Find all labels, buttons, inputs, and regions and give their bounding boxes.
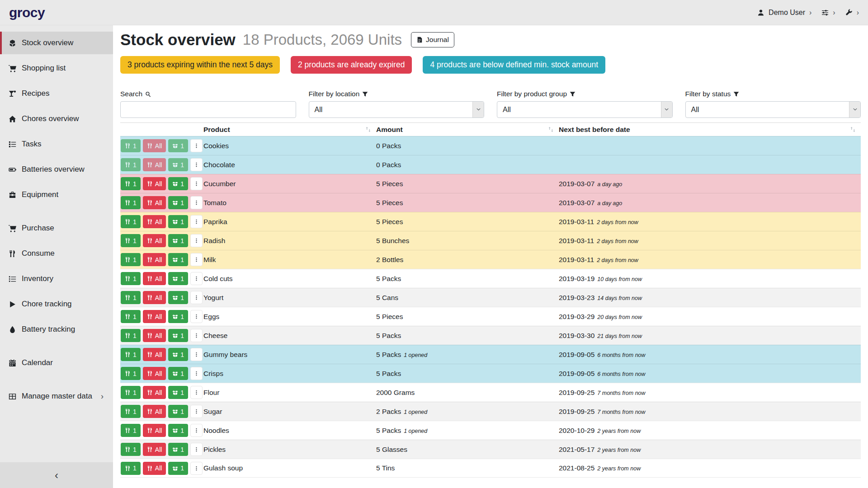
open-one-button[interactable]: 1 — [168, 348, 188, 361]
open-one-button[interactable]: 1 — [168, 139, 188, 152]
consume-one-button[interactable]: 1 — [121, 386, 141, 399]
open-one-button[interactable]: 1 — [168, 177, 188, 190]
filter-by-product-group-select[interactable]: All — [497, 101, 673, 118]
consume-one-button[interactable]: 1 — [121, 367, 141, 380]
sidebar-item-purchase[interactable]: Purchase — [0, 217, 113, 239]
consume-all-button[interactable]: All — [143, 234, 166, 247]
consume-one-button[interactable]: 1 — [121, 139, 141, 152]
consume-one-button[interactable]: 1 — [121, 177, 141, 190]
sidebar-item-shopping-list[interactable]: Shopping list — [0, 57, 113, 80]
consume-all-button[interactable]: All — [143, 139, 166, 152]
consume-all-button[interactable]: All — [143, 386, 166, 399]
consume-one-button[interactable]: 1 — [121, 329, 141, 342]
consume-all-button[interactable]: All — [143, 329, 166, 342]
consume-one-button[interactable]: 1 — [121, 196, 141, 209]
row-menu-button[interactable] — [190, 443, 203, 456]
consume-all-button[interactable]: All — [143, 177, 166, 190]
consume-one-button[interactable]: 1 — [121, 291, 141, 304]
open-one-button[interactable]: 1 — [168, 462, 188, 475]
open-one-button[interactable]: 1 — [168, 310, 188, 323]
consume-one-button[interactable]: 1 — [121, 158, 141, 171]
consume-all-button[interactable]: All — [143, 462, 166, 475]
consume-all-button[interactable]: All — [143, 196, 166, 209]
row-menu-button[interactable] — [190, 215, 203, 228]
search-input[interactable] — [120, 101, 296, 118]
open-one-button[interactable]: 1 — [168, 367, 188, 380]
user-menu[interactable]: Demo User› — [757, 9, 811, 17]
row-menu-button[interactable] — [190, 234, 203, 247]
row-menu-button[interactable] — [190, 348, 203, 361]
sidebar-item-manage-master-data[interactable]: Manage master data› — [0, 385, 113, 408]
consume-all-button[interactable]: All — [143, 348, 166, 361]
filter-by-status-select[interactable]: All — [685, 101, 861, 118]
consume-all-button[interactable]: All — [143, 272, 166, 285]
sidebar-item-calendar[interactable]: Calendar — [0, 352, 113, 374]
open-one-button[interactable]: 1 — [168, 234, 188, 247]
sidebar-item-chores-overview[interactable]: Chores overview — [0, 108, 113, 130]
consume-one-button[interactable]: 1 — [121, 215, 141, 228]
sidebar-item-consume[interactable]: Consume — [0, 242, 113, 265]
consume-one-button[interactable]: 1 — [121, 405, 141, 418]
open-one-button[interactable]: 1 — [168, 215, 188, 228]
open-one-button[interactable]: 1 — [168, 196, 188, 209]
row-menu-button[interactable] — [190, 367, 203, 380]
consume-all-button[interactable]: All — [143, 310, 166, 323]
open-one-button[interactable]: 1 — [168, 386, 188, 399]
consume-one-button[interactable]: 1 — [121, 462, 141, 475]
row-menu-button[interactable] — [190, 253, 203, 266]
row-menu-button[interactable] — [190, 405, 203, 418]
row-menu-button[interactable] — [190, 196, 203, 209]
topbar-shortcut-sliders[interactable]: › — [821, 9, 835, 17]
consume-one-button[interactable]: 1 — [121, 253, 141, 266]
consume-all-button[interactable]: All — [143, 253, 166, 266]
consume-one-button[interactable]: 1 — [121, 424, 141, 437]
open-one-button[interactable]: 1 — [168, 158, 188, 171]
consume-all-button[interactable]: All — [143, 215, 166, 228]
consume-all-button[interactable]: All — [143, 158, 166, 171]
consume-one-button[interactable]: 1 — [121, 443, 141, 456]
consume-one-button[interactable]: 1 — [121, 272, 141, 285]
sidebar-collapse-button[interactable]: ‹ — [0, 462, 113, 488]
product-column-header[interactable]: Product — [203, 126, 376, 134]
row-menu-button[interactable] — [190, 386, 203, 399]
row-menu-button[interactable] — [190, 424, 203, 437]
sort-icon[interactable] — [365, 127, 371, 132]
filter-by-location-select[interactable]: All — [309, 101, 485, 118]
open-one-button[interactable]: 1 — [168, 272, 188, 285]
consume-one-button[interactable]: 1 — [121, 348, 141, 361]
sidebar-item-batteries-overview[interactable]: Batteries overview — [0, 158, 113, 181]
sort-icon[interactable] — [548, 127, 554, 132]
row-menu-button[interactable] — [190, 158, 203, 171]
row-menu-button[interactable] — [190, 272, 203, 285]
consume-all-button[interactable]: All — [143, 424, 166, 437]
row-menu-button[interactable] — [190, 139, 203, 152]
consume-one-button[interactable]: 1 — [121, 234, 141, 247]
row-menu-button[interactable] — [190, 310, 203, 323]
sidebar-item-chore-tracking[interactable]: Chore tracking — [0, 293, 113, 315]
open-one-button[interactable]: 1 — [168, 291, 188, 304]
consume-all-button[interactable]: All — [143, 367, 166, 380]
sidebar-item-tasks[interactable]: Tasks — [0, 133, 113, 155]
row-menu-button[interactable] — [190, 177, 203, 190]
journal-button[interactable]: Journal — [411, 32, 454, 47]
sort-icon[interactable] — [850, 127, 856, 132]
open-one-button[interactable]: 1 — [168, 443, 188, 456]
open-one-button[interactable]: 1 — [168, 253, 188, 266]
date-column-header[interactable]: Next best before date — [559, 126, 861, 134]
row-menu-button[interactable] — [190, 329, 203, 342]
amount-column-header[interactable]: Amount — [376, 126, 559, 134]
consume-all-button[interactable]: All — [143, 291, 166, 304]
row-menu-button[interactable] — [190, 462, 203, 475]
sidebar-item-inventory[interactable]: Inventory — [0, 267, 113, 290]
sidebar-item-recipes[interactable]: Recipes — [0, 82, 113, 105]
consume-all-button[interactable]: All — [143, 405, 166, 418]
sidebar-item-stock-overview[interactable]: Stock overview — [0, 32, 113, 54]
consume-all-button[interactable]: All — [143, 443, 166, 456]
open-one-button[interactable]: 1 — [168, 405, 188, 418]
app-logo[interactable]: grocy — [9, 5, 45, 20]
row-menu-button[interactable] — [190, 291, 203, 304]
open-one-button[interactable]: 1 — [168, 424, 188, 437]
sidebar-item-battery-tracking[interactable]: Battery tracking — [0, 318, 113, 341]
topbar-shortcut-wrench[interactable]: › — [845, 9, 859, 17]
open-one-button[interactable]: 1 — [168, 329, 188, 342]
